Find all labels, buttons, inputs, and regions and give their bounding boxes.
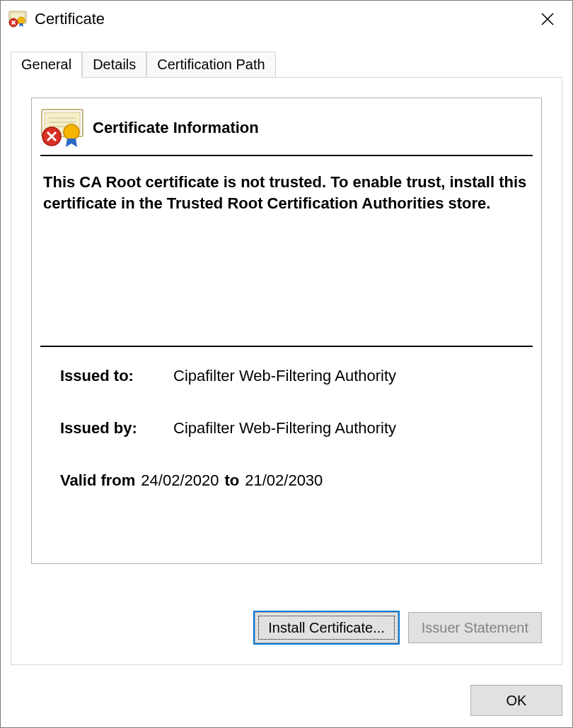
issued-by-value: Cipafilter Web-Filtering Authority (173, 419, 396, 438)
issued-by-label: Issued by: (60, 419, 173, 438)
valid-from-value: 24/02/2020 (141, 471, 219, 490)
dialog-footer: OK (470, 685, 562, 716)
tab-panel-general: Certificate Information This CA Root cer… (11, 77, 562, 665)
valid-from-label: Valid from (60, 471, 135, 490)
issued-by-row: Issued by: Cipafilter Web-Filtering Auth… (60, 419, 530, 438)
certificate-large-icon (37, 108, 87, 148)
issued-to-row: Issued to: Cipafilter Web-Filtering Auth… (60, 367, 530, 385)
install-certificate-button[interactable]: Install Certificate... (255, 612, 398, 643)
validity-row: Valid from 24/02/2020 to 21/02/2030 (60, 471, 530, 490)
button-label: Issuer Statement (422, 620, 528, 636)
action-button-row: Install Certificate... Issuer Statement (255, 612, 542, 643)
certificate-details: Issued to: Cipafilter Web-Filtering Auth… (60, 367, 530, 490)
window-title: Certificate (35, 10, 530, 28)
tab-details[interactable]: Details (82, 52, 146, 77)
close-icon (540, 12, 555, 26)
certificate-title-icon (8, 11, 28, 28)
tab-certification-path[interactable]: Certification Path (146, 52, 275, 77)
valid-to-value: 21/02/2030 (245, 471, 323, 490)
tab-label: Certification Path (157, 57, 265, 72)
button-label: OK (507, 693, 527, 708)
divider (40, 346, 533, 347)
svg-point-2 (18, 17, 25, 24)
valid-to-label: to (224, 471, 239, 490)
svg-point-9 (64, 124, 79, 140)
titlebar: Certificate (1, 1, 572, 37)
issued-to-label: Issued to: (60, 367, 173, 385)
button-label: Install Certificate... (268, 620, 385, 636)
certificate-info-box: Certificate Information This CA Root cer… (31, 98, 542, 564)
tab-general[interactable]: General (11, 52, 82, 78)
tab-label: General (21, 57, 71, 72)
issued-to-value: Cipafilter Web-Filtering Authority (173, 367, 396, 385)
close-button[interactable] (530, 5, 565, 33)
trust-warning-text: This CA Root certificate is not trusted.… (32, 156, 541, 213)
tab-label: Details (93, 57, 136, 72)
certificate-dialog: Certificate General Details Certificatio… (0, 0, 573, 728)
issuer-statement-button: Issuer Statement (408, 612, 542, 643)
certificate-info-heading: Certificate Information (93, 119, 259, 137)
ok-button[interactable]: OK (470, 685, 562, 716)
tab-strip: General Details Certification Path (11, 52, 562, 665)
